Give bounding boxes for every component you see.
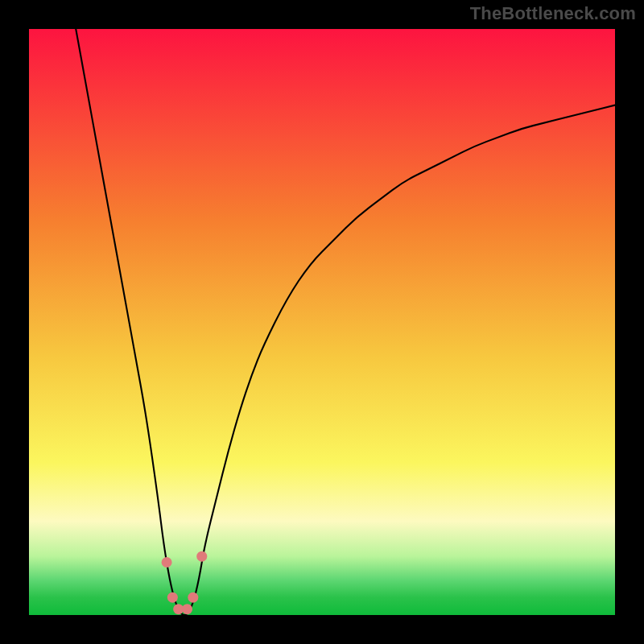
gradient-background [29, 29, 615, 615]
curve-marker [196, 551, 207, 562]
curve-marker [188, 592, 198, 603]
curve-marker [162, 557, 172, 568]
plot-svg [29, 29, 615, 615]
watermark-text: TheBottleneck.com [470, 3, 636, 24]
curve-marker [167, 592, 178, 603]
curve-marker [182, 604, 192, 614]
plot-area [29, 29, 615, 615]
chart-frame: TheBottleneck.com [0, 0, 644, 644]
